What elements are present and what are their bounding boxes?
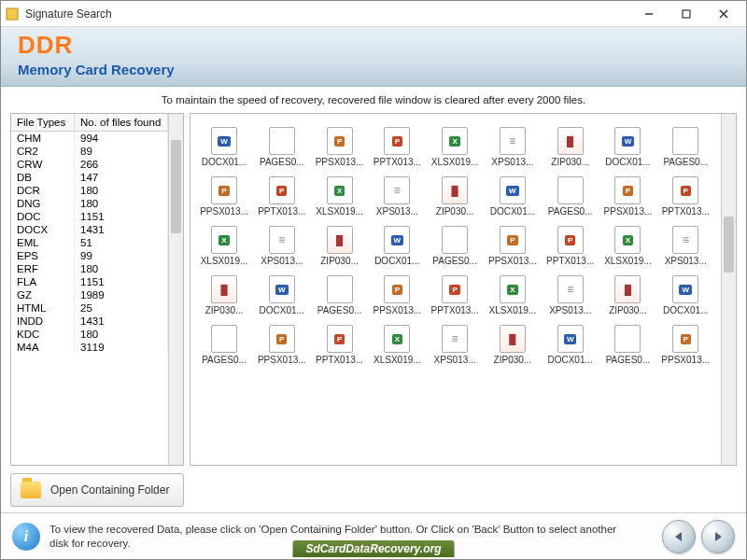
table-row[interactable]: INDD1431 bbox=[11, 315, 168, 328]
forward-button[interactable] bbox=[701, 520, 735, 553]
file-item[interactable]: PAGES0... bbox=[659, 127, 712, 167]
file-item[interactable]: PPTX013... bbox=[429, 275, 481, 315]
file-label: PPSX013... bbox=[373, 305, 421, 315]
table-row[interactable]: EML51 bbox=[11, 236, 168, 249]
scrollbar-thumb[interactable] bbox=[171, 140, 181, 233]
file-item[interactable]: DOCX01... bbox=[198, 127, 250, 167]
table-row[interactable]: CRW266 bbox=[11, 158, 168, 171]
file-icon bbox=[211, 127, 237, 155]
file-label: PPTX013... bbox=[431, 305, 479, 315]
file-item[interactable]: XPS013... bbox=[256, 226, 308, 266]
file-item[interactable]: XLSX019... bbox=[314, 176, 366, 217]
file-item[interactable]: XPS013... bbox=[544, 275, 597, 315]
file-item[interactable]: PAGES0... bbox=[429, 226, 481, 266]
table-row[interactable]: DOC1151 bbox=[11, 210, 168, 223]
file-label: PAGES0... bbox=[663, 157, 708, 167]
table-row[interactable]: M4A3119 bbox=[11, 341, 168, 354]
file-item[interactable]: PAGES0... bbox=[198, 325, 250, 365]
file-item[interactable]: PPSX013... bbox=[371, 275, 423, 315]
file-item[interactable]: PAGES0... bbox=[601, 325, 654, 365]
file-icon bbox=[384, 127, 410, 155]
file-item[interactable]: PAGES0... bbox=[314, 275, 366, 315]
file-item[interactable]: ZIP030... bbox=[429, 176, 481, 217]
table-row[interactable]: DCR180 bbox=[11, 184, 168, 197]
cell-count: 1151 bbox=[75, 210, 168, 223]
table-row[interactable]: CR289 bbox=[11, 145, 168, 158]
files-grid: DOCX01...PAGES0...PPSX013...PPTX013...XL… bbox=[198, 127, 713, 365]
file-item[interactable]: XLSX019... bbox=[198, 226, 250, 266]
table-row[interactable]: HTML25 bbox=[11, 301, 168, 315]
file-item[interactable]: XLSX019... bbox=[429, 127, 481, 167]
header-count[interactable]: No. of files found bbox=[75, 114, 168, 131]
file-item[interactable]: PPTX013... bbox=[314, 325, 366, 365]
file-item[interactable]: XPS013... bbox=[659, 226, 712, 266]
file-item[interactable]: XLSX019... bbox=[601, 226, 654, 266]
maximize-button[interactable] bbox=[668, 3, 705, 25]
file-item[interactable]: ZIP030... bbox=[601, 275, 654, 315]
table-row[interactable]: ERF180 bbox=[11, 262, 168, 275]
file-label: PPTX013... bbox=[546, 256, 594, 266]
file-item[interactable]: PPTX013... bbox=[256, 176, 308, 217]
file-icon bbox=[557, 127, 584, 155]
scrollbar-thumb[interactable] bbox=[724, 217, 734, 273]
file-item[interactable]: DOCX01... bbox=[371, 226, 423, 266]
file-label: XLSX019... bbox=[604, 256, 652, 266]
table-row[interactable]: CHM994 bbox=[11, 132, 168, 145]
files-area: DOCX01...PAGES0...PPSX013...PPTX013...XL… bbox=[190, 114, 721, 465]
table-row[interactable]: EPS99 bbox=[11, 249, 168, 262]
file-label: XPS013... bbox=[665, 256, 707, 266]
file-item[interactable]: ZIP030... bbox=[314, 226, 366, 266]
file-item[interactable]: XLSX019... bbox=[486, 275, 539, 315]
file-item[interactable]: ZIP030... bbox=[544, 127, 597, 167]
file-item[interactable]: PPSX013... bbox=[486, 226, 539, 266]
cell-file-type: KDC bbox=[11, 328, 75, 341]
table-row[interactable]: DNG180 bbox=[11, 197, 168, 210]
table-row[interactable]: GZ1989 bbox=[11, 288, 168, 301]
file-item[interactable]: PPSX013... bbox=[198, 176, 250, 217]
file-item[interactable]: PPTX013... bbox=[659, 176, 712, 217]
file-item[interactable]: XLSX019... bbox=[371, 325, 423, 365]
file-item[interactable]: ZIP030... bbox=[198, 275, 250, 315]
cell-file-type: ERF bbox=[11, 262, 75, 275]
file-item[interactable]: XPS013... bbox=[486, 127, 539, 167]
table-body: CHM994CR289CRW266DB147DCR180DNG180DOC115… bbox=[11, 132, 168, 421]
file-item[interactable]: PPTX013... bbox=[371, 127, 423, 167]
file-item[interactable]: XPS013... bbox=[371, 176, 423, 217]
right-scrollbar[interactable] bbox=[721, 114, 736, 465]
file-types-panel: File Types No. of files found CHM994CR28… bbox=[10, 113, 184, 466]
table-row[interactable]: DOCX1431 bbox=[11, 223, 168, 236]
file-icon bbox=[614, 325, 641, 353]
titlebar: Signature Search bbox=[1, 1, 746, 27]
file-item[interactable]: PPSX013... bbox=[601, 176, 654, 217]
file-item[interactable]: DOCX01... bbox=[256, 275, 308, 315]
file-item[interactable]: XPS013... bbox=[429, 325, 481, 365]
file-item[interactable]: PAGES0... bbox=[256, 127, 308, 167]
file-item[interactable]: DOCX01... bbox=[601, 127, 654, 167]
table-row[interactable]: KDC180 bbox=[11, 328, 168, 341]
brand-logo: DDR bbox=[18, 31, 729, 60]
header-file-types[interactable]: File Types bbox=[11, 114, 75, 131]
file-item[interactable]: PAGES0... bbox=[544, 176, 597, 217]
file-item[interactable]: PPTX013... bbox=[544, 226, 597, 266]
file-label: DOCX01... bbox=[202, 157, 247, 167]
file-item[interactable]: DOCX01... bbox=[544, 325, 597, 365]
file-icon bbox=[269, 127, 295, 155]
back-button[interactable] bbox=[662, 520, 696, 553]
cell-count: 994 bbox=[75, 132, 168, 145]
file-item[interactable]: PPSX013... bbox=[314, 127, 366, 167]
minimize-button[interactable] bbox=[630, 3, 668, 25]
file-label: DOCX01... bbox=[663, 305, 708, 315]
file-item[interactable]: PPSX013... bbox=[256, 325, 308, 365]
file-item[interactable]: ZIP030... bbox=[486, 325, 539, 365]
close-button[interactable] bbox=[705, 3, 742, 25]
cell-count: 180 bbox=[75, 197, 168, 210]
file-label: XLSX019... bbox=[374, 355, 421, 365]
left-scrollbar[interactable] bbox=[168, 114, 183, 465]
open-containing-folder-button[interactable]: Open Containing Folder bbox=[10, 473, 184, 507]
table-row[interactable]: DB147 bbox=[11, 171, 168, 184]
table-row[interactable]: FLA1151 bbox=[11, 275, 168, 288]
file-label: PPSX013... bbox=[200, 206, 248, 217]
file-item[interactable]: DOCX01... bbox=[659, 275, 712, 315]
file-item[interactable]: PPSX013... bbox=[659, 325, 712, 365]
file-item[interactable]: DOCX01... bbox=[486, 176, 539, 217]
